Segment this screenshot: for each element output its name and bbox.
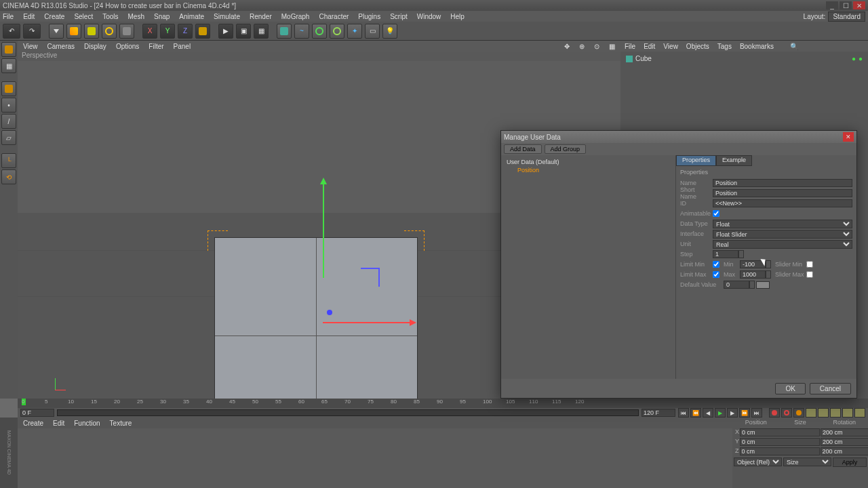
menu-tools[interactable]: Tools — [102, 13, 118, 20]
tree-child-position[interactable]: Position — [507, 166, 670, 174]
next-frame-icon[interactable]: ▶ — [727, 408, 738, 418]
menu-mograph[interactable]: MoGraph — [281, 13, 310, 20]
range-slider[interactable] — [57, 409, 639, 416]
menu-simulate[interactable]: Simulate — [214, 13, 240, 20]
menu-script[interactable]: Script — [390, 13, 408, 20]
primitive-cube-icon[interactable] — [277, 24, 292, 39]
om-menu-file[interactable]: File — [625, 43, 635, 50]
vp-nav-icon[interactable]: ✥ — [564, 43, 570, 50]
dialog-close-icon[interactable]: ✕ — [843, 132, 854, 142]
menu-character[interactable]: Character — [319, 13, 349, 20]
vp-menu-panel[interactable]: Panel — [174, 43, 191, 50]
vp-menu-options[interactable]: Options — [116, 43, 139, 50]
om-menu-edit[interactable]: Edit — [644, 43, 655, 50]
vp-menu-view[interactable]: View — [23, 43, 38, 50]
default-slider[interactable] — [756, 281, 770, 289]
coord-system-icon[interactable] — [195, 24, 210, 39]
z-axis-gizmo[interactable] — [327, 310, 332, 315]
tab-example[interactable]: Example — [716, 155, 752, 166]
generator-icon[interactable] — [312, 24, 327, 39]
snap-mode-icon[interactable]: ⟲ — [1, 169, 16, 184]
spinner-icon[interactable] — [766, 270, 771, 279]
spinner-icon[interactable] — [766, 260, 771, 268]
key-rot-icon[interactable] — [830, 408, 841, 418]
spline-icon[interactable]: ~ — [294, 24, 309, 39]
spinner-icon[interactable] — [749, 281, 755, 289]
vp-nav-icon[interactable]: ▦ — [609, 43, 615, 50]
cube-object[interactable] — [214, 237, 418, 399]
timeline-ruler[interactable]: 0 5 10 15 20 25 30 35 40 45 50 55 60 65 … — [18, 399, 868, 408]
layout-dropdown[interactable]: Standard — [828, 12, 865, 22]
end-frame-field[interactable]: 120 F — [642, 409, 675, 417]
vp-nav-icon[interactable]: ⊕ — [579, 43, 585, 50]
key-param-icon[interactable] — [842, 408, 853, 418]
prev-key-icon[interactable]: ⏪ — [690, 408, 701, 418]
menu-render[interactable]: Render — [250, 13, 272, 20]
limitmin-checkbox[interactable] — [713, 261, 719, 268]
add-data-button[interactable]: Add Data — [504, 144, 542, 154]
slidermin-checkbox[interactable] — [806, 261, 813, 268]
render-dot-icon[interactable]: ● — [859, 55, 863, 62]
tree-root[interactable]: User Data (Default) — [507, 158, 670, 166]
environment-icon[interactable]: ✦ — [347, 24, 362, 39]
default-field[interactable] — [724, 281, 749, 289]
autokey-icon[interactable] — [781, 408, 792, 418]
animatable-checkbox[interactable] — [713, 210, 719, 217]
tab-properties[interactable]: Properties — [676, 155, 716, 166]
menu-select[interactable]: Select — [74, 13, 93, 20]
vp-menu-filter[interactable]: Filter — [149, 43, 163, 50]
scale-tool-icon[interactable] — [84, 24, 99, 39]
min-field[interactable] — [740, 260, 766, 268]
render-view-icon[interactable]: ▶ — [218, 24, 233, 39]
step-field[interactable] — [713, 250, 738, 258]
om-menu-bookmarks[interactable]: Bookmarks — [740, 43, 774, 50]
maximize-icon[interactable]: ☐ — [840, 1, 852, 9]
minimize-icon[interactable]: _ — [826, 1, 838, 9]
render-queue-icon[interactable]: ▦ — [254, 24, 269, 39]
size-mode-dropdown[interactable]: Size — [783, 458, 831, 466]
xy-plane-gizmo[interactable] — [361, 268, 380, 287]
add-group-button[interactable]: Add Group — [545, 144, 587, 154]
prev-frame-icon[interactable]: ◀ — [703, 408, 713, 418]
size-x-field[interactable] — [821, 428, 868, 436]
coord-mode-dropdown[interactable]: Object (Rel) — [734, 458, 782, 466]
menu-edit[interactable]: Edit — [23, 13, 35, 20]
tab-texture[interactable]: Texture — [110, 420, 132, 427]
recent-tool-icon[interactable] — [119, 24, 134, 39]
tab-edit[interactable]: Edit — [53, 420, 64, 427]
play-icon[interactable]: ▶ — [715, 408, 726, 418]
vp-menu-display[interactable]: Display — [84, 43, 106, 50]
unit-dropdown[interactable]: Real — [713, 240, 852, 249]
om-menu-tags[interactable]: Tags — [717, 43, 732, 50]
menu-mesh[interactable]: Mesh — [128, 13, 144, 20]
spinner-icon[interactable] — [738, 250, 744, 258]
point-mode-icon[interactable]: • — [1, 98, 16, 113]
tab-create[interactable]: Create — [23, 420, 43, 427]
goto-start-icon[interactable]: ⏮ — [678, 408, 689, 418]
vp-nav-icon[interactable]: ⊙ — [594, 43, 599, 50]
menu-file[interactable]: File — [3, 13, 14, 20]
visibility-dot-icon[interactable]: ● — [852, 55, 856, 62]
userdata-tree[interactable]: User Data (Default) Position — [501, 155, 676, 379]
select-tool-icon[interactable] — [49, 24, 64, 39]
light-icon[interactable]: 💡 — [382, 24, 397, 39]
rotate-tool-icon[interactable] — [102, 24, 117, 39]
cancel-button[interactable]: Cancel — [810, 383, 851, 394]
model-mode-icon[interactable] — [1, 42, 16, 57]
y-axis-gizmo[interactable] — [323, 183, 324, 278]
z-lock-icon[interactable]: Z — [178, 24, 193, 39]
size-z-field[interactable] — [821, 447, 869, 455]
interface-dropdown[interactable]: Float Slider — [713, 230, 852, 239]
shortname-field[interactable] — [713, 189, 852, 197]
texture-mode-icon[interactable]: ▦ — [1, 58, 16, 73]
current-frame-field[interactable]: 0 F — [20, 409, 54, 417]
axis-mode-icon[interactable]: └ — [1, 153, 16, 168]
menu-animate[interactable]: Animate — [179, 13, 204, 20]
goto-end-icon[interactable]: ⏭ — [751, 408, 762, 418]
apply-button[interactable]: Apply — [833, 458, 867, 467]
deformer-icon[interactable] — [330, 24, 344, 39]
redo-icon[interactable]: ↷ — [23, 24, 41, 39]
menu-window[interactable]: Window — [417, 13, 441, 20]
render-settings-icon[interactable]: ▣ — [236, 24, 251, 39]
datatype-dropdown[interactable]: Float — [713, 220, 852, 228]
